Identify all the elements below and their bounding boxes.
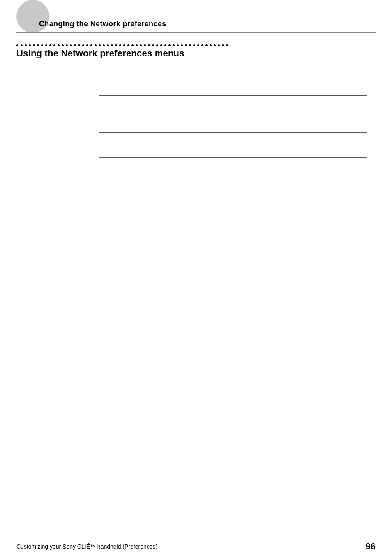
- section-heading: Using the Network preferences menus: [16, 48, 376, 59]
- line-group-3: [99, 172, 367, 184]
- dot: [131, 44, 134, 46]
- line-row: [99, 120, 367, 133]
- line-row: [99, 108, 367, 120]
- lines-group: [99, 83, 367, 184]
- page-container: Changing the Network preferences: [0, 0, 392, 556]
- dot: [168, 44, 171, 46]
- dot: [210, 44, 212, 46]
- dot: [58, 44, 60, 46]
- line-row: [99, 83, 367, 96]
- dot: [136, 44, 138, 46]
- dot: [25, 44, 27, 46]
- line-group-2: [99, 145, 367, 158]
- line-row: [99, 172, 367, 184]
- dot: [218, 44, 220, 46]
- line-row: [99, 96, 367, 108]
- dot: [53, 44, 55, 46]
- dot: [123, 44, 125, 46]
- dot: [214, 44, 216, 46]
- dot: [66, 44, 68, 46]
- dot: [156, 44, 158, 46]
- footer-text: Customizing your Sony CLIÉ™ handheld (Pr…: [16, 543, 157, 550]
- dot: [197, 44, 199, 46]
- dot: [82, 44, 84, 46]
- dot: [41, 44, 43, 46]
- dot: [201, 44, 203, 46]
- dot: [181, 44, 183, 46]
- dot: [222, 44, 224, 46]
- footer-page-number: 96: [366, 541, 376, 552]
- dot: [189, 44, 191, 46]
- dot: [33, 44, 35, 46]
- line-group-1: [99, 83, 367, 133]
- dot: [21, 44, 23, 46]
- dot: [107, 44, 109, 46]
- dot: [103, 44, 105, 46]
- dot: [119, 44, 121, 46]
- dot: [74, 44, 76, 46]
- dot: [90, 44, 92, 46]
- dot: [62, 44, 64, 46]
- dot: [148, 44, 150, 46]
- dot: [205, 44, 208, 46]
- dot: [78, 44, 80, 46]
- dot: [164, 44, 166, 46]
- page-title: Changing the Network preferences: [39, 20, 166, 28]
- dot: [144, 44, 146, 46]
- dot: [160, 44, 162, 46]
- dot: [152, 44, 154, 46]
- dot: [16, 44, 18, 46]
- dot: [70, 44, 72, 46]
- dot: [45, 44, 47, 46]
- dot: [127, 44, 129, 46]
- header-section: Changing the Network preferences: [0, 0, 392, 37]
- content-area: [0, 83, 392, 184]
- dot: [173, 44, 175, 46]
- dot: [99, 44, 101, 46]
- dot: [37, 44, 39, 46]
- dot: [193, 44, 195, 46]
- dots-line: [16, 44, 376, 46]
- dot: [115, 44, 117, 46]
- dots-row: [16, 44, 228, 46]
- dot: [177, 44, 179, 46]
- dot: [95, 44, 97, 46]
- line-row: [99, 145, 367, 158]
- header-title-bar: Changing the Network preferences: [16, 8, 376, 33]
- footer: Customizing your Sony CLIÉ™ handheld (Pr…: [0, 537, 392, 556]
- section-area: Using the Network preferences menus: [0, 44, 392, 59]
- dot: [140, 44, 142, 46]
- dot: [226, 44, 228, 46]
- dot: [111, 44, 113, 46]
- dot: [29, 44, 31, 46]
- dot: [49, 44, 51, 46]
- dot: [185, 44, 187, 46]
- dot: [86, 44, 88, 46]
